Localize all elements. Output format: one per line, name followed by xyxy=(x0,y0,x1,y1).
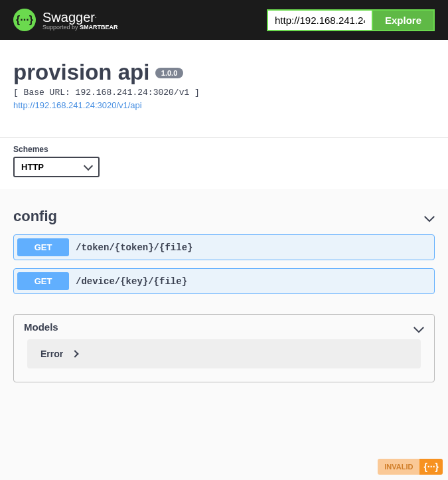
brand-logo: {···} Swagger. Supported by SMARTBEAR xyxy=(13,9,118,31)
api-url-input[interactable] xyxy=(267,9,372,31)
brand-name: Swagger xyxy=(42,10,95,25)
chevron-down-icon xyxy=(424,213,435,220)
url-explore-group: Explore xyxy=(267,9,435,31)
models-header[interactable]: Models xyxy=(14,315,434,339)
schemes-section: Schemes HTTP xyxy=(0,138,448,189)
topbar: {···} Swagger. Supported by SMARTBEAR Ex… xyxy=(0,0,448,40)
operation-row[interactable]: GET /token/{token}/{file} xyxy=(13,234,435,260)
api-title: provision api xyxy=(13,60,149,85)
explore-button[interactable]: Explore xyxy=(372,9,435,31)
brand-subtitle: Supported by SMARTBEAR xyxy=(42,24,118,31)
scheme-select[interactable]: HTTP xyxy=(13,157,100,177)
tag-title: config xyxy=(13,208,57,225)
schemes-label: Schemes xyxy=(13,145,435,154)
base-url: [ Base URL: 192.168.241.24:3020/v1 ] xyxy=(13,88,435,98)
models-title: Models xyxy=(24,321,58,333)
operation-row[interactable]: GET /device/{key}/{file} xyxy=(13,268,435,294)
operation-path: /device/{key}/{file} xyxy=(76,276,187,287)
chevron-right-icon xyxy=(72,350,79,357)
models-section: Models Error xyxy=(13,314,435,382)
tag-section-config: config GET /token/{token}/{file} GET /de… xyxy=(13,201,435,294)
version-badge: 1.0.0 xyxy=(155,68,183,78)
swagger-icon: {···} xyxy=(13,9,36,31)
operation-path: /token/{token}/{file} xyxy=(76,242,192,253)
model-name: Error xyxy=(40,349,63,359)
tag-header[interactable]: config xyxy=(13,201,435,234)
api-info-section: provision api 1.0.0 [ Base URL: 192.168.… xyxy=(0,40,448,138)
api-spec-link[interactable]: http://192.168.241.24:3020/v1/api xyxy=(13,100,142,110)
model-item[interactable]: Error xyxy=(27,339,421,368)
swagger-body: config GET /token/{token}/{file} GET /de… xyxy=(0,189,448,389)
http-method-badge: GET xyxy=(17,272,69,290)
http-method-badge: GET xyxy=(17,238,69,256)
chevron-down-icon xyxy=(413,324,424,331)
